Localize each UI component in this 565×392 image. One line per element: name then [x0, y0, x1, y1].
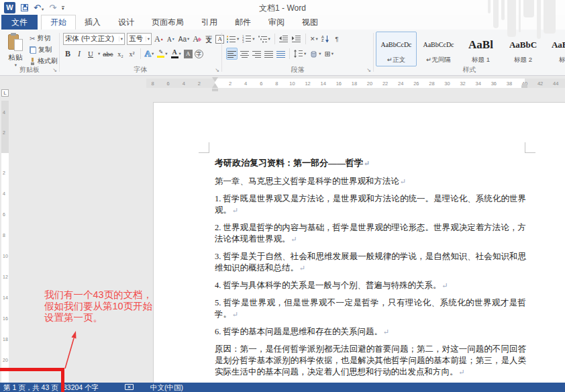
clipboard-dialog-launcher-icon[interactable]: ↘ [52, 68, 57, 73]
justify-button[interactable] [264, 48, 274, 60]
document-paragraph: 6. 哲学的基本问题是思维和存在的关系问题。↵ [215, 326, 526, 338]
subscript-button[interactable]: x₂ [116, 48, 125, 60]
enclose-characters-button[interactable]: 字 [195, 50, 203, 58]
grow-font-button[interactable]: A▲ [154, 33, 164, 45]
left-indent-marker[interactable] [212, 89, 218, 91]
vruler-number: 4 [3, 191, 5, 196]
tab-selector[interactable]: L [1, 89, 9, 97]
language-indicator[interactable]: 中文(中国) [150, 383, 183, 392]
asian-layout-icon: ✕ [310, 36, 315, 42]
redo-icon[interactable]: ↷ [49, 3, 56, 12]
word-logo-icon: W [4, 2, 15, 13]
paragraph-dialog-launcher-icon[interactable]: ↘ [366, 68, 371, 73]
style-preview: AaBbCcDc [380, 34, 411, 56]
bullets-button[interactable]: ▾ [226, 33, 240, 45]
ribbon-tab-7[interactable]: 审阅 [260, 15, 293, 30]
page-indicator[interactable]: 第 1 页，共 43 页 [3, 383, 58, 392]
margin-corner-mark-left [199, 142, 209, 153]
document-text[interactable]: 考研政治复习资料：第一部分——哲学↵第一章、马克思主义哲学是科学的世界观和方法论… [215, 157, 526, 392]
change-case-button[interactable]: Aa▾ [178, 33, 191, 45]
undo-icon[interactable]: ↶▾ [34, 3, 44, 12]
ruler-number: 28 [429, 81, 434, 87]
document-paragraph: 4. 哲学与具体科学的关系是一般与个别、普遍与特殊的关系。↵ [215, 280, 526, 291]
decrease-indent-button[interactable] [278, 33, 289, 45]
bold-button[interactable]: B [63, 48, 72, 60]
increase-indent-button[interactable] [291, 33, 302, 45]
ribbon-tab-5[interactable]: 引用 [193, 15, 226, 30]
ribbon-tab-bar: 文件开始插入设计页面布局引用邮件审阅视图 [0, 15, 565, 30]
strikethrough-button[interactable]: abc [102, 48, 113, 60]
font-dialog-launcher-icon[interactable]: ↘ [215, 68, 219, 73]
distribute-button[interactable] [276, 48, 286, 60]
clear-formatting-button[interactable]: A◆ [192, 33, 202, 45]
show-marks-button[interactable]: ¶ [332, 33, 342, 45]
font-name-dropdown-icon[interactable]: ▾ [119, 36, 123, 42]
font-color-button[interactable]: A▾ [170, 48, 182, 60]
align-center-button[interactable] [240, 48, 250, 60]
superscript-button[interactable]: x² [127, 48, 137, 60]
phonetic-guide-button[interactable]: wén文 [204, 33, 213, 45]
proofing-errors-icon[interactable]: ✕ [125, 384, 134, 390]
style-name: 标题 2 [514, 56, 532, 64]
line-spacing-button[interactable]: ▾ [293, 48, 307, 60]
font-name-combo[interactable]: 宋体 (中文正文)▾ [63, 33, 125, 45]
copy-button[interactable]: 复制 [30, 45, 58, 54]
style-card-0[interactable]: AaBbCcDc↵正文 [376, 32, 417, 66]
font-size-dropdown-icon[interactable]: ▾ [146, 36, 150, 42]
style-card-4[interactable]: AaBbC标题 [545, 32, 565, 66]
character-shading-button[interactable]: A [184, 50, 193, 58]
italic-button[interactable]: I [74, 48, 84, 60]
ruler-number: 30 [444, 81, 450, 87]
word-count[interactable]: 33204 个字 [63, 383, 99, 392]
format-painter-button[interactable]: 格式刷 [30, 56, 58, 66]
ruler-number: 36 [491, 81, 497, 87]
ribbon-tab-6[interactable]: 邮件 [226, 15, 260, 30]
multilevel-list-button[interactable]: ▾ [258, 33, 271, 45]
horizontal-ruler[interactable]: 8642246810121416182022242628303234363840… [146, 79, 565, 88]
text-effects-button[interactable]: A▾ [144, 48, 155, 60]
annotation-line-3: 设置第一页。 [44, 312, 152, 324]
ribbon-tab-3[interactable]: 设计 [109, 15, 143, 30]
highlight-color-button[interactable]: ✎▾ [156, 48, 168, 60]
asian-layout-button[interactable]: ✕▾ [309, 33, 319, 45]
borders-grid-icon: ⊞ [325, 50, 331, 58]
vruler-number: 16 [3, 316, 8, 321]
style-card-2[interactable]: AaBl标题 1 [460, 32, 501, 66]
bullets-icon [227, 36, 236, 43]
ribbon: 粘贴 ▾ ✂剪切 复制 格式刷 剪贴板 ↘ 宋体 (中文正文)▾ 五号▾ A▲ … [0, 30, 565, 76]
style-card-1[interactable]: AaBbCcDc↵无间隔 [418, 32, 459, 66]
style-preview: AaBbC [552, 34, 565, 56]
document-heading: 考研政治复习资料：第一部分——哲学↵ [215, 157, 526, 169]
undo-dropdown-icon[interactable]: ▾ [42, 7, 44, 11]
ruler-number: 4 [244, 81, 247, 87]
shading-button[interactable]: ▾ [309, 48, 321, 60]
scissors-icon: ✂ [30, 35, 35, 42]
shrink-font-button[interactable]: A▼ [166, 33, 176, 45]
title-bar: W ↶▾ ↷ ▾ 文档1 - Word [0, 0, 565, 15]
ribbon-tab-8[interactable]: 视图 [293, 15, 327, 30]
qat-customize-icon[interactable]: ▾ [62, 6, 64, 11]
align-center-icon [240, 50, 249, 58]
font-size-combo[interactable]: 五号▾ [127, 33, 152, 45]
align-left-button[interactable] [226, 48, 238, 60]
ribbon-tab-1[interactable]: 开始 [41, 15, 76, 30]
ribbon-tab-2[interactable]: 插入 [76, 15, 109, 30]
ribbon-tab-0[interactable]: 文件 [1, 15, 38, 30]
ribbon-tab-4[interactable]: 页面布局 [143, 15, 193, 30]
document-page[interactable]: 考研政治复习资料：第一部分——哲学↵第一章、马克思主义哲学是科学的世界观和方法论… [153, 102, 565, 383]
numbering-button[interactable]: 123▾ [242, 33, 255, 45]
font-group: 宋体 (中文正文)▾ 五号▾ A▲ A▼ Aa▾ A◆ wén文 A B I U… [60, 30, 221, 75]
cut-button[interactable]: ✂剪切 [30, 34, 58, 43]
underline-dropdown-icon[interactable]: ▾ [98, 51, 100, 56]
style-name: 标题 1 [472, 56, 490, 64]
borders-button[interactable]: ⊞▾ [324, 48, 334, 60]
sort-az-icon: AZ [321, 36, 324, 42]
style-card-3[interactable]: AaBbC标题 2 [503, 32, 544, 66]
vertical-ruler[interactable]: 422468101214161820 [1, 101, 9, 383]
paragraph-group: ▾ 123▾ ▾ ✕▾ AZ ¶ ▾ ▾ ⊞▾ 段落 ↘ [222, 30, 373, 75]
underline-button[interactable]: U [86, 48, 95, 60]
save-icon[interactable] [21, 4, 28, 11]
document-paragraph: 5. 哲学是世界观，但是世界观不一定是哲学，只有理论化、系统化的世界观才是哲学。… [215, 297, 526, 320]
align-right-button[interactable] [252, 48, 262, 60]
sort-button[interactable]: AZ [321, 33, 330, 45]
